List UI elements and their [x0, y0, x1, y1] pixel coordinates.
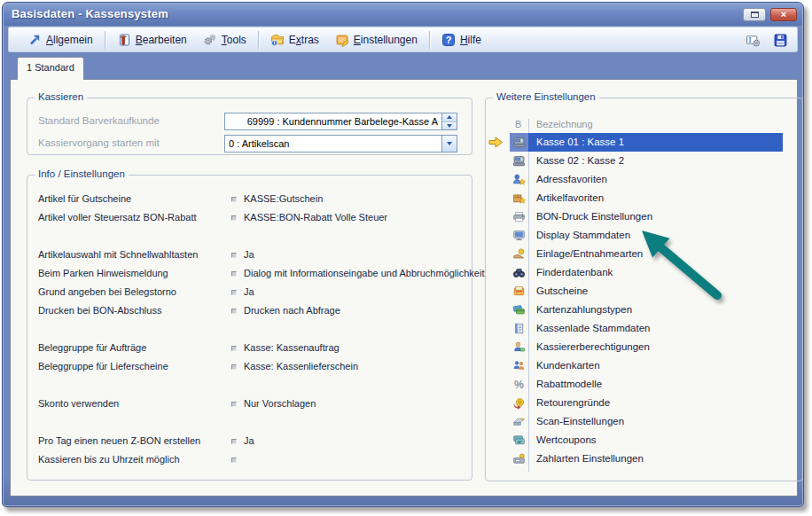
menu-items: AllgemeinBearbeitenToolsExtrasEinstellun… — [9, 27, 489, 51]
list-item[interactable]: Finderdatenbank — [510, 263, 783, 282]
list-item[interactable]: Kasse 02 : Kasse 2 — [510, 152, 783, 170]
list-item-label: Artikelfavoriten — [528, 189, 783, 207]
list-item-icon-cell — [510, 394, 528, 412]
info-row: Drucken bei BON-AbschlussDrucken nach Ab… — [27, 301, 472, 320]
info-label: Grund angeben bei Belegstorno — [38, 286, 176, 297]
info-value: Drucken nach Abfrage — [244, 305, 340, 316]
spin-down-button[interactable] — [442, 121, 457, 130]
group-info-caption: Info / Einstellungen — [35, 168, 129, 179]
menu-item-label: Hilfe — [460, 34, 481, 46]
list-item[interactable]: Wertcoupons — [510, 431, 783, 450]
info-value: Ja — [244, 435, 254, 446]
save-button[interactable] — [773, 31, 788, 47]
save-icon — [773, 33, 788, 48]
info-row: Skonto verwendenNur Vorschlagen — [27, 395, 472, 413]
printer-icon — [512, 210, 526, 223]
menu-item-extras[interactable]: Extras — [262, 27, 327, 51]
info-value: Ja — [244, 286, 254, 297]
barverkaufkunde-spinner-field[interactable]: 69999 : Kundennummer Barbelege-Kasse A — [224, 113, 457, 130]
info-row: Beleggruppe für LieferscheineKasse: Kass… — [27, 357, 472, 376]
info-label: Artikelauswahl mit Schnellwahltasten — [38, 249, 198, 260]
title-bar[interactable]: Basisdaten - Kassensystem × — [4, 4, 802, 26]
bullet-icon — [231, 271, 237, 277]
spin-up-button[interactable] — [442, 113, 457, 121]
list-item[interactable]: Kartenzahlungstypen — [510, 301, 783, 319]
menu-item-bearbeiten[interactable]: Bearbeiten — [109, 27, 195, 51]
list-item-icon-cell — [510, 282, 528, 301]
list-item-label: Kassenlade Stammdaten — [528, 319, 783, 338]
list-item[interactable]: Einlage/Entnahmearten — [510, 245, 783, 263]
list-item[interactable]: Retourengründe — [510, 394, 783, 412]
close-button[interactable]: × — [770, 8, 797, 21]
info-label: Beim Parken Hinweismeldung — [38, 268, 168, 278]
down-arrow-icon — [447, 124, 452, 128]
info-value: KASSE:BON-Rabatt Volle Steuer — [244, 212, 387, 223]
kassiervorgang-dropdown[interactable]: 0 : Artikelscan — [224, 135, 457, 152]
list-item[interactable]: Artikelfavoriten — [510, 189, 783, 207]
list-item-label: Retourengründe — [528, 394, 783, 412]
list-item[interactable]: Display Stammdaten — [510, 226, 783, 245]
bullet-icon — [231, 364, 237, 370]
menu-item-einstellungen[interactable]: Einstellungen — [327, 27, 426, 51]
info-row: Artikel voller Steuersatz BON-RabattKASS… — [27, 208, 472, 227]
settings-list: Kasse 01 : Kasse 1Kasse 02 : Kasse 2Adre… — [510, 133, 783, 468]
menu-item-label: Tools — [222, 34, 246, 46]
list-item-label: Kasse 02 : Kasse 2 — [528, 152, 783, 170]
list-item-label: Einlage/Entnahmearten — [528, 245, 783, 263]
list-item-label: Gutscheine — [528, 282, 783, 301]
list-item-icon-cell — [510, 375, 528, 394]
payment-types-icon — [512, 452, 526, 465]
list-item[interactable]: Kassiererberechtigungen — [510, 338, 783, 356]
list-item-label: Rabattmodelle — [528, 375, 783, 394]
bullet-icon — [231, 439, 237, 444]
cashier-permissions-icon — [512, 340, 526, 354]
group-weitere-einstellungen: Weitere Einstellungen B Bezeichnung Kass… — [485, 98, 803, 481]
list-item[interactable]: Zahlarten Einstellungen — [510, 450, 783, 468]
menu-item-allgemein[interactable]: Allgemein — [20, 27, 101, 51]
list-item-icon-cell — [510, 431, 528, 450]
list-item[interactable]: Scan-Einstellungen — [510, 412, 783, 431]
list-item-icon-cell — [510, 189, 528, 207]
list-item-icon-cell — [510, 170, 528, 189]
info-label: Skonto verwenden — [38, 398, 119, 409]
gears-icon — [203, 33, 217, 47]
list-item-icon-cell — [510, 245, 528, 263]
list-item-label: Kasse 01 : Kasse 1 — [528, 133, 783, 152]
group-info-einstellungen: Info / Einstellungen Artikel für Gutsche… — [27, 175, 472, 481]
maximize-restore-button[interactable] — [743, 8, 766, 21]
dropdown-arrow-button[interactable] — [442, 136, 457, 152]
list-item[interactable]: Kassenlade Stammdaten — [510, 319, 783, 338]
list-item-label: Kundenkarten — [528, 356, 783, 375]
list-item-icon-cell — [510, 356, 528, 375]
info-value: Kasse: Kassenlieferschein — [244, 361, 358, 371]
info-value: Kasse: Kassenauftrag — [244, 342, 340, 353]
list-item[interactable]: Rabattmodelle — [510, 375, 783, 394]
list-item[interactable]: Gutscheine — [510, 282, 783, 301]
info-value: Nur Vorschlagen — [244, 398, 316, 409]
list-item[interactable]: BON-Druck Einstellungen — [510, 207, 783, 226]
info-value: Ja — [244, 249, 254, 260]
menu-item-label: Extras — [289, 34, 319, 46]
list-item-icon-cell — [510, 133, 528, 152]
field-settings-button[interactable] — [746, 31, 761, 47]
list-item[interactable]: Adressfavoriten — [510, 170, 783, 189]
column-header-bezeichnung: Bezeichnung — [536, 119, 593, 129]
list-item[interactable]: Kasse 01 : Kasse 1 — [510, 133, 783, 152]
menu-item-label: Einstellungen — [354, 34, 418, 46]
list-item-label: Scan-Einstellungen — [528, 412, 783, 431]
list-item-label: Kartenzahlungstypen — [528, 301, 783, 319]
current-row-marker-icon — [488, 137, 504, 148]
menu-item-tools[interactable]: Tools — [195, 27, 254, 51]
menu-item-hilfe[interactable]: Hilfe — [433, 27, 489, 51]
info-value: Dialog mit Informationseingabe und Abbru… — [244, 268, 485, 278]
maximize-restore-icon — [751, 12, 759, 18]
tab-standard[interactable]: 1 Standard — [17, 57, 84, 80]
form-row: Kassiervorgang starten mit0 : Artikelsca… — [27, 135, 472, 152]
list-header: B Bezeichnung — [486, 119, 802, 134]
group-kassieren-caption: Kassieren — [35, 91, 87, 102]
info-row: Artikelauswahl mit SchnellwahltastenJa — [27, 246, 472, 264]
info-row: Kassieren bis zu Uhrzeit möglich — [27, 450, 472, 469]
list-item-label: Wertcoupons — [528, 431, 783, 450]
list-item[interactable]: Kundenkarten — [510, 356, 783, 375]
menu-separator — [429, 31, 430, 49]
